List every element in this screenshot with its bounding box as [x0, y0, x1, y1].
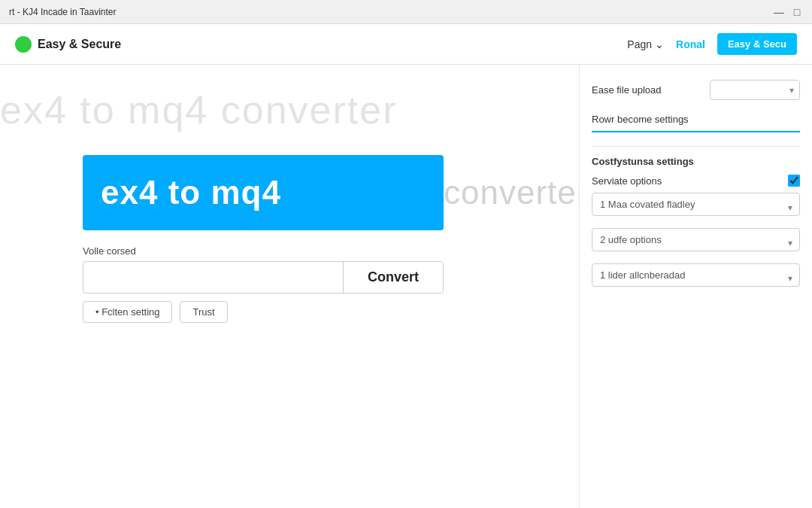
costfystunsa-group: Costfystunsa settings Serviate options 1…	[592, 156, 800, 293]
ronal-link[interactable]: Ronal	[676, 38, 705, 50]
dropdown3-wrapper: 1 lider allcnberadadOption 2Option 3	[592, 263, 800, 293]
ease-upload-select[interactable]	[710, 80, 800, 100]
title-bar-text: rt - KJ4 Incade in Taavinter	[9, 7, 117, 17]
chevron-down-icon: ⌄	[655, 38, 664, 50]
fclten-setting-tag[interactable]: • Fclten setting	[83, 301, 172, 323]
convert-input[interactable]	[83, 262, 343, 293]
ease-upload-group: Ease file upload	[592, 80, 800, 100]
nav-bar: Easy & Secure Pagn ⌄ Ronal Easy & Secu	[0, 24, 812, 65]
logo-icon	[15, 36, 32, 53]
rowr-label: Rowr become settings	[592, 114, 689, 125]
title-bar: rt - KJ4 Incade in Taavinter — □	[0, 0, 812, 24]
dropdown3-select[interactable]: 1 lider allcnberadadOption 2Option 3	[592, 263, 800, 287]
banner-overlay-right: converter	[444, 155, 579, 230]
banner-overlay-right-text: converter	[444, 174, 579, 211]
panel-divider-1	[592, 146, 800, 147]
title-bar-controls: — □	[773, 6, 803, 18]
dropdown2-wrapper: 2 udfe optionsOption 2Option 3	[592, 228, 800, 257]
dropdown1-select[interactable]: 1 Maa covated fladleyOption 2Option 3	[592, 193, 800, 216]
left-section: ex4 to mq4 converter ex4 to mq4 converte…	[0, 65, 579, 508]
convert-button[interactable]: Convert	[343, 262, 443, 293]
nav-right: Pagn ⌄ Ronal Easy & Secu	[627, 33, 797, 55]
serviate-row: Serviate options	[592, 175, 800, 187]
form-label: Volle corsed	[83, 245, 444, 257]
easy-secure-button[interactable]: Easy & Secu	[717, 33, 797, 55]
ease-upload-row: Ease file upload	[592, 80, 800, 100]
form-section: Volle corsed Convert • Fclten setting Tr…	[83, 245, 444, 323]
rowr-row: Rowr become settings	[592, 114, 800, 125]
form-tags: • Fclten setting Trust	[83, 301, 444, 323]
blue-banner-text: ex4 to mq4	[101, 174, 281, 211]
serviate-label: Serviate options	[592, 175, 662, 187]
rowr-group: Rowr become settings	[592, 114, 800, 132]
dropdown2-select[interactable]: 2 udfe optionsOption 2Option 3	[592, 228, 800, 251]
dropdown1-wrapper: 1 Maa covated fladleyOption 2Option 3	[592, 193, 800, 222]
watermark-title: ex4 to mq4 converter	[0, 87, 338, 132]
serviate-checkbox[interactable]	[788, 175, 800, 187]
costfystunsa-title: Costfystunsa settings	[592, 156, 800, 167]
nav-logo: Easy & Secure	[15, 36, 121, 53]
ease-upload-select-wrapper	[710, 80, 800, 100]
ease-upload-label: Ease file upload	[592, 84, 662, 96]
maximize-button[interactable]: □	[791, 6, 803, 18]
trust-tag[interactable]: Trust	[180, 301, 227, 323]
rowr-blue-line	[592, 131, 800, 132]
nav-logo-text: Easy & Secure	[38, 38, 121, 51]
blue-banner: ex4 to mq4	[83, 155, 444, 230]
convert-input-row: Convert	[83, 261, 444, 294]
main-content: ex4 to mq4 converter ex4 to mq4 converte…	[0, 65, 812, 508]
minimize-button[interactable]: —	[773, 6, 785, 18]
pagn-menu[interactable]: Pagn ⌄	[627, 38, 664, 50]
right-panel: Ease file upload Rowr become settings Co…	[579, 65, 812, 508]
